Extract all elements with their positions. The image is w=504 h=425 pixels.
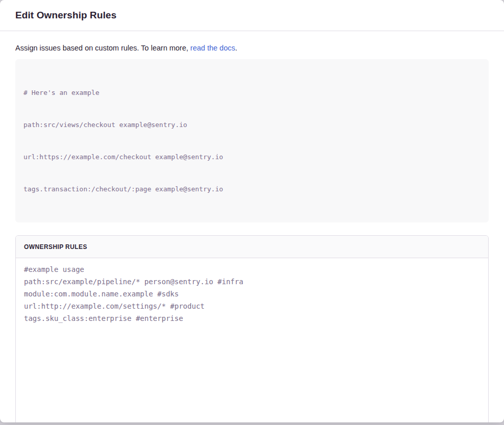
example-code-line: url:https://example.com/checkout example… [23, 152, 481, 162]
modal-body: Assign issues based on custom rules. To … [0, 31, 504, 422]
example-code-line: # Here's an example [23, 87, 481, 98]
page-title: Edit Ownership Rules [15, 10, 116, 21]
ownership-rules-panel-header: OWNERSHIP RULES [16, 236, 488, 258]
ownership-rules-panel-title: OWNERSHIP RULES [24, 243, 87, 251]
modal-header: Edit Ownership Rules [0, 0, 504, 31]
read-the-docs-link[interactable]: read the docs [190, 44, 235, 52]
description-text: Assign issues based on custom rules. To … [15, 44, 190, 52]
ownership-rules-textarea[interactable]: #example usage path:src/example/pipeline… [16, 258, 488, 422]
example-code-line: path:src/views/checkout example@sentry.i… [23, 119, 481, 130]
ownership-rules-panel: OWNERSHIP RULES #example usage path:src/… [15, 235, 489, 422]
edit-ownership-rules-modal: Edit Ownership Rules Assign issues based… [0, 0, 504, 422]
description-period: . [235, 44, 237, 52]
example-code-line: tags.transaction:/checkout/:page example… [23, 184, 481, 194]
example-code-block: # Here's an example path:src/views/check… [15, 59, 489, 222]
description: Assign issues based on custom rules. To … [15, 43, 489, 53]
